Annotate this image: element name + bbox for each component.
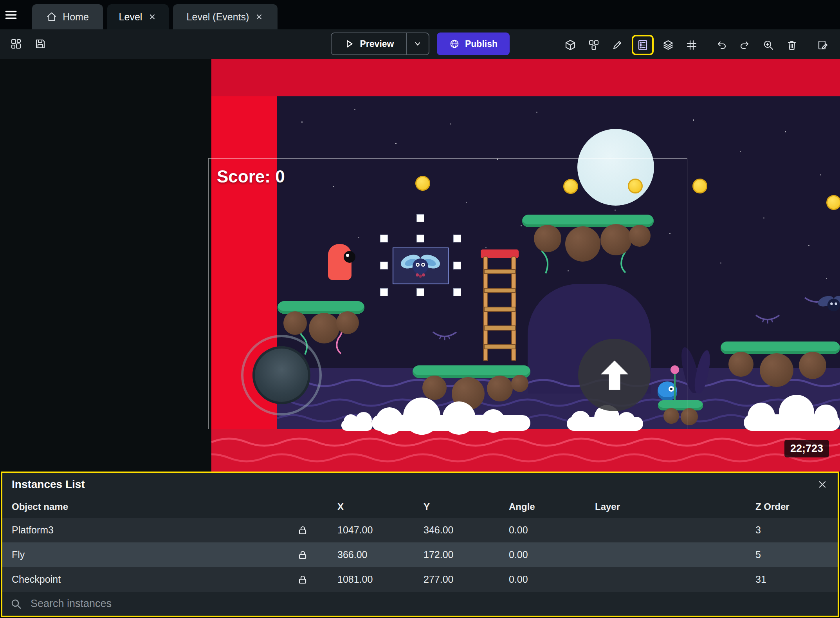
platform-right[interactable] xyxy=(721,342,840,392)
column-z-order: Z Order xyxy=(745,501,838,512)
tab-level-events-close-button[interactable] xyxy=(254,12,264,22)
preview-button[interactable]: Preview xyxy=(332,33,406,54)
eye-decoration xyxy=(753,311,782,325)
instance-row-checkpoint[interactable]: Checkpoint 1081.00 277.00 0.00 31 xyxy=(2,567,838,592)
save-icon xyxy=(34,38,46,50)
resize-handle[interactable] xyxy=(416,288,424,296)
play-icon xyxy=(344,38,355,49)
instances-search-input[interactable] xyxy=(31,598,838,610)
redo-button[interactable] xyxy=(736,36,754,54)
column-object-name: Object name xyxy=(2,501,327,512)
undo-icon xyxy=(716,39,727,51)
floor-waves xyxy=(211,429,840,472)
column-angle: Angle xyxy=(499,501,585,512)
layers-button[interactable] xyxy=(659,36,677,54)
chevron-down-icon xyxy=(413,40,422,48)
instance-y: 346.00 xyxy=(413,524,499,536)
resize-handle[interactable] xyxy=(453,288,461,296)
home-icon xyxy=(46,11,57,22)
panel-close-button[interactable] xyxy=(817,479,827,490)
tab-home[interactable]: Home xyxy=(32,4,103,29)
globe-icon xyxy=(449,38,460,49)
instances-search-row xyxy=(2,592,838,616)
save-button[interactable] xyxy=(31,35,49,53)
close-icon xyxy=(148,13,156,21)
preview-options-button[interactable] xyxy=(406,33,429,54)
unlock-icon xyxy=(297,575,308,585)
tab-bar: Home Level Level (Events) xyxy=(0,0,840,29)
instance-name: Fly xyxy=(2,549,292,560)
gdevelop-app: Home Level Level (Events) xyxy=(0,0,840,618)
instances-list-button[interactable] xyxy=(632,35,654,55)
resize-handle[interactable] xyxy=(380,235,388,242)
resize-handle[interactable] xyxy=(380,288,388,296)
grid-toggle-button[interactable] xyxy=(683,36,701,54)
close-icon xyxy=(817,479,827,490)
delete-button[interactable] xyxy=(783,36,801,54)
rotation-handle[interactable] xyxy=(416,214,424,222)
instance-row-fly[interactable]: Fly 366.00 172.00 0.00 5 xyxy=(2,542,838,567)
instance-z-order: 3 xyxy=(745,524,838,536)
edge-fly-enemy[interactable] xyxy=(816,292,840,318)
instance-name: Checkpoint xyxy=(2,574,292,585)
tab-level-label: Level xyxy=(119,11,142,23)
instance-angle: 0.00 xyxy=(499,549,585,560)
instance-y: 172.00 xyxy=(413,549,499,560)
instance-name: Platform3 xyxy=(2,524,292,536)
coin[interactable] xyxy=(692,179,707,193)
preview-label: Preview xyxy=(360,39,394,49)
cloud xyxy=(744,395,840,431)
layers-icon xyxy=(662,39,674,51)
object-groups-button[interactable] xyxy=(585,36,603,54)
tab-level[interactable]: Level xyxy=(107,4,169,29)
zoom-button[interactable] xyxy=(759,36,777,54)
unlock-icon xyxy=(297,550,308,560)
redo-icon xyxy=(739,39,751,51)
tab-level-events[interactable]: Level (Events) xyxy=(173,4,278,29)
fly-enemy-selected[interactable] xyxy=(399,250,442,282)
zoom-in-icon xyxy=(762,39,774,51)
instance-row-platform3[interactable]: Platform3 1047.00 346.00 0.00 3 xyxy=(2,518,838,542)
camera-viewport-frame xyxy=(208,158,687,429)
scene-canvas[interactable]: Score: 0 22;723 xyxy=(0,59,840,472)
toolbar-right-group xyxy=(556,35,832,55)
lock-cell[interactable] xyxy=(292,550,327,560)
instance-angle: 0.00 xyxy=(499,574,585,585)
tab-home-label: Home xyxy=(63,11,89,23)
properties-button[interactable] xyxy=(608,36,626,54)
grid-icon xyxy=(686,39,698,51)
project-manager-button[interactable] xyxy=(7,35,25,53)
instance-x: 1047.00 xyxy=(327,524,413,536)
coordinates-badge: 22;723 xyxy=(784,440,829,457)
score-text: Score: 0 xyxy=(217,167,285,186)
search-icon xyxy=(10,598,22,610)
publish-label: Publish xyxy=(465,39,498,49)
tab-level-close-button[interactable] xyxy=(148,12,157,22)
coin[interactable] xyxy=(826,195,840,210)
project-manager-icon xyxy=(10,38,22,50)
edit-panel-icon xyxy=(817,39,829,51)
undo-button[interactable] xyxy=(712,36,730,54)
resize-handle[interactable] xyxy=(453,262,461,269)
panel-title-row: Instances List xyxy=(2,473,838,496)
instance-x: 366.00 xyxy=(327,549,413,560)
column-layer: Layer xyxy=(585,501,745,512)
unlock-icon xyxy=(297,525,308,535)
main-menu-button[interactable] xyxy=(0,0,22,29)
lock-cell[interactable] xyxy=(292,525,327,535)
instance-y: 277.00 xyxy=(413,574,499,585)
preview-split-button: Preview xyxy=(331,33,429,55)
instance-z-order: 31 xyxy=(745,574,838,585)
resize-handle[interactable] xyxy=(453,235,461,242)
objects-panel-button[interactable] xyxy=(561,36,579,54)
publish-button[interactable]: Publish xyxy=(437,33,510,55)
column-y: Y xyxy=(413,501,499,512)
lock-cell[interactable] xyxy=(292,575,327,585)
red-ceiling-band[interactable] xyxy=(211,59,840,96)
resize-handle[interactable] xyxy=(380,262,388,269)
resize-handle[interactable] xyxy=(416,235,424,242)
tab-level-events-label: Level (Events) xyxy=(187,11,249,23)
editor-toolbar: Preview Publish xyxy=(0,29,840,59)
instance-angle: 0.00 xyxy=(499,524,585,536)
edit-scene-button[interactable] xyxy=(814,36,832,54)
